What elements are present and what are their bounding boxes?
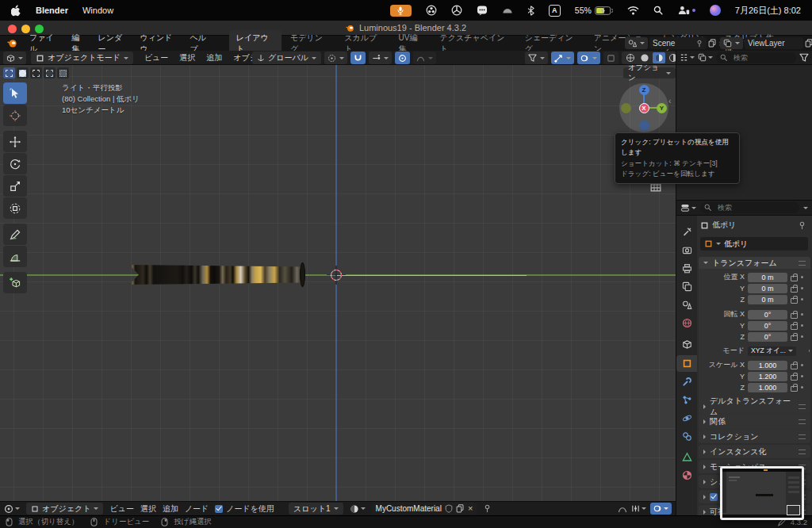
animate-dot[interactable]: [801, 375, 803, 377]
shading-wireframe-button[interactable]: [624, 53, 637, 63]
motion-blur-checkbox[interactable]: [710, 493, 718, 501]
tab-object-data[interactable]: [682, 452, 692, 462]
scene-type-button[interactable]: [625, 37, 648, 49]
value-field[interactable]: 1.200: [748, 372, 787, 381]
tool-select-box[interactable]: [3, 82, 27, 104]
overlays-toggle[interactable]: [577, 52, 600, 64]
spotlight-search-icon[interactable]: [653, 6, 664, 16]
battery-indicator[interactable]: 55%: [575, 6, 613, 15]
select-mode-box[interactable]: [17, 67, 29, 78]
pin-icon[interactable]: [798, 221, 806, 230]
fake-user-shield-icon[interactable]: [445, 504, 453, 513]
lock-icon[interactable]: [791, 298, 798, 304]
material-slot-dropdown[interactable]: スロット1: [289, 503, 343, 515]
lock-icon[interactable]: [791, 375, 798, 381]
orientation-dropdown[interactable]: グローバル: [252, 52, 321, 64]
panel-grip-icon[interactable]: [799, 261, 806, 266]
animate-dot[interactable]: [801, 276, 803, 278]
gizmo-axis-y-neg[interactable]: [621, 103, 631, 113]
value-field[interactable]: 0°: [748, 332, 787, 342]
proportional-falloff-icon[interactable]: [618, 504, 627, 514]
animate-dot[interactable]: [801, 386, 803, 388]
mode-dropdown[interactable]: オブジェクトモード: [31, 52, 133, 64]
value-field[interactable]: 1.000: [748, 361, 787, 370]
new-scene-icon[interactable]: [708, 39, 717, 48]
dome-status-icon[interactable]: [502, 6, 513, 15]
properties-editor-type-button[interactable]: [680, 203, 696, 212]
fast-user-switch-icon[interactable]: [678, 6, 695, 15]
animate-dot[interactable]: [809, 350, 810, 352]
falloff-dropdown[interactable]: [413, 52, 436, 64]
snap-toggle[interactable]: [350, 52, 366, 64]
snap-settings-dropdown[interactable]: [369, 52, 392, 64]
xray-toggle[interactable]: [603, 52, 619, 64]
lock-icon[interactable]: [791, 276, 798, 281]
tab-viewlayer[interactable]: [682, 281, 692, 292]
snap-grid-button[interactable]: [631, 504, 646, 513]
shader-type-dropdown[interactable]: オブジェクト: [26, 503, 103, 515]
breadcrumb-object-name[interactable]: 低ポリ: [712, 220, 736, 231]
select-mode-tweak[interactable]: [3, 67, 15, 78]
animate-dot[interactable]: [801, 324, 803, 327]
shading-solid-button[interactable]: [638, 53, 651, 63]
tab-particles[interactable]: [682, 395, 692, 405]
animate-dot[interactable]: [801, 313, 803, 316]
tab-output[interactable]: [682, 263, 692, 274]
lock-icon[interactable]: [791, 324, 798, 330]
tab-material[interactable]: [682, 470, 692, 480]
tool-annotate[interactable]: [3, 224, 27, 245]
viewport-menu-select[interactable]: 選択: [179, 52, 195, 63]
navigation-gizmo[interactable]: Z Y X: [619, 83, 668, 132]
tab-physics[interactable]: [682, 413, 692, 423]
value-field[interactable]: 1.000: [748, 383, 787, 392]
gizmo-axis-y[interactable]: Y: [657, 103, 667, 113]
sidebar-toggle-icon[interactable]: ‹: [668, 97, 671, 105]
value-field[interactable]: 0 m: [748, 284, 787, 293]
panel-instancing[interactable]: インスタンス化: [699, 445, 810, 458]
animate-dot[interactable]: [801, 287, 803, 289]
tab-render[interactable]: [682, 245, 692, 255]
pin-icon[interactable]: [483, 504, 492, 513]
tab-collection[interactable]: [682, 339, 692, 350]
rotation-mode-dropdown[interactable]: XYZ オイ...: [748, 346, 796, 356]
animate-dot[interactable]: [801, 298, 803, 300]
use-nodes-checkbox[interactable]: [215, 505, 223, 513]
lock-icon[interactable]: [791, 335, 798, 341]
proportional-editing-toggle[interactable]: [395, 52, 410, 64]
blender-logo-icon[interactable]: [6, 38, 18, 48]
outliner-display-mode-button[interactable]: [698, 53, 713, 62]
lowpoly-object[interactable]: [129, 265, 302, 285]
options-dropdown[interactable]: オプション: [623, 67, 676, 78]
gizmo-axis-x[interactable]: X: [639, 103, 649, 113]
screen-share-preview[interactable]: [720, 466, 804, 520]
line-app-status-icon[interactable]: [477, 5, 488, 16]
select-mode-subtract[interactable]: [44, 67, 56, 78]
properties-options-icon[interactable]: [803, 207, 808, 209]
select-mode-extend[interactable]: [30, 67, 42, 78]
shader-menu-view[interactable]: ビュー: [109, 503, 133, 515]
tab-scene[interactable]: [682, 300, 692, 310]
lock-icon[interactable]: [791, 287, 798, 293]
properties-search-input[interactable]: [714, 202, 776, 213]
panel-relations[interactable]: 関係: [699, 415, 810, 428]
pin-icon[interactable]: [695, 40, 703, 48]
tab-tool[interactable]: [682, 227, 692, 237]
value-field[interactable]: 0°: [748, 310, 787, 319]
lock-icon[interactable]: [791, 364, 798, 369]
animate-dot[interactable]: [801, 364, 803, 366]
apple-menu-icon[interactable]: [11, 5, 21, 17]
editor-type-button[interactable]: [3, 52, 26, 64]
shader-menu-select[interactable]: 選択: [140, 503, 156, 515]
gizmo-axis-z[interactable]: Z: [639, 85, 649, 95]
outliner-editor-type-button[interactable]: [680, 53, 695, 62]
overlay-toggle-button[interactable]: [650, 503, 672, 515]
menubar-clock[interactable]: 7月26日(土) 8:02: [735, 5, 801, 17]
material-browse-button[interactable]: [350, 504, 366, 514]
panel-collections[interactable]: コレクション: [699, 430, 810, 443]
tool-add-primitive[interactable]: [3, 272, 27, 293]
object-types-visibility-dropdown[interactable]: [525, 52, 548, 64]
tab-world[interactable]: [682, 318, 692, 328]
unlink-icon[interactable]: ×: [468, 504, 473, 513]
macos-app-menu[interactable]: Blender: [36, 6, 68, 15]
select-mode-intersect[interactable]: [57, 67, 69, 78]
